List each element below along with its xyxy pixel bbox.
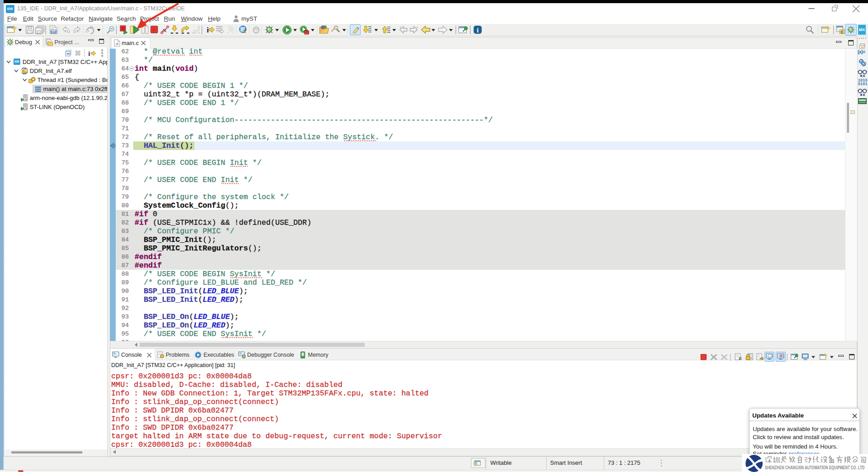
svg-text:i: i — [207, 26, 209, 34]
svg-text:010: 010 — [51, 30, 57, 34]
svg-text:i: i — [88, 50, 90, 57]
svg-text:.c: .c — [115, 41, 119, 46]
svg-text:C: C — [841, 30, 844, 34]
svg-text:i: i — [477, 27, 479, 34]
